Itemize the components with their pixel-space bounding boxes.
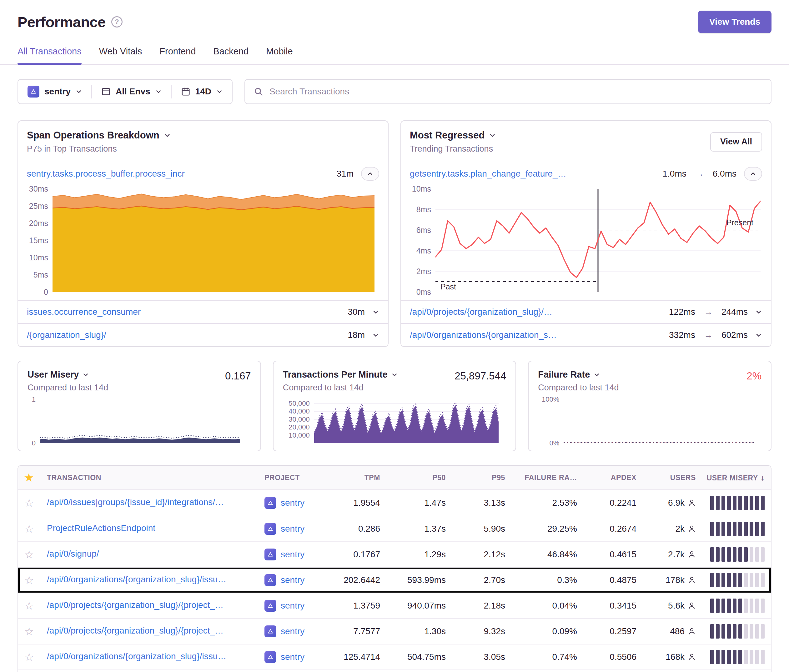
regressed-transaction-link[interactable]: /api/0/organizations/{organization_s… (410, 330, 661, 340)
span-op-link[interactable]: /{organization_slug}/ (27, 330, 340, 340)
present-label: Present (727, 218, 753, 227)
arrow-right-icon: → (703, 330, 714, 340)
chevron-down-icon[interactable] (489, 132, 496, 139)
column-header-tpm[interactable]: TPM (330, 474, 380, 482)
favorite-star-icon[interactable]: ☆ (24, 523, 47, 535)
chevron-down-icon[interactable] (372, 332, 379, 338)
transaction-link[interactable]: /api/0/issues|groups/{issue_id}/integrat… (47, 497, 224, 507)
favorite-star-icon[interactable]: ☆ (24, 625, 47, 638)
apdex-cell: 0.3415 (577, 601, 636, 611)
tab-backend[interactable]: Backend (213, 46, 249, 64)
apdex-cell: 0.5506 (577, 652, 636, 662)
apdex-cell: 0.2241 (577, 498, 636, 508)
users-cell: 2k (636, 524, 696, 534)
project-link[interactable]: sentry (281, 575, 305, 585)
chevron-down-icon[interactable] (164, 132, 171, 139)
span-op-link[interactable]: sentry.tasks.process_buffer.process_incr (27, 169, 329, 179)
misery-bar (733, 496, 736, 510)
chevron-down-icon[interactable] (391, 372, 398, 378)
tab-mobile[interactable]: Mobile (266, 46, 292, 64)
transaction-link[interactable]: /api/0/projects/{organization_slug}/{pro… (47, 600, 224, 610)
favorite-star-icon[interactable]: ☆ (24, 600, 47, 612)
transaction-link[interactable]: /api/0/signup/ (47, 549, 99, 559)
tab-all-transactions[interactable]: All Transactions (18, 46, 81, 64)
favorite-star-icon[interactable]: ☆ (24, 651, 47, 663)
favorite-star-icon[interactable]: ☆ (24, 496, 47, 509)
column-header-p95[interactable]: P95 (446, 474, 505, 482)
chevron-down-icon[interactable] (755, 332, 762, 338)
arrow-right-icon: → (694, 169, 705, 179)
column-header-failure-ra-[interactable]: FAILURE RA… (505, 474, 577, 482)
transaction-row: ☆/api/0/projects/{organization_slug}/{pr… (18, 592, 771, 618)
panel-title: Span Operations Breakdown (27, 130, 160, 141)
misery-bar (744, 650, 748, 664)
project-link[interactable]: sentry (281, 652, 305, 662)
view-all-button[interactable]: View All (710, 132, 762, 152)
help-icon[interactable]: ? (111, 16, 123, 27)
project-cell: sentry (264, 497, 330, 509)
transaction-link[interactable]: /api/0/organizations/{organization_slug}… (47, 651, 226, 661)
tpm-cell: 0.286 (330, 524, 380, 534)
chevron-down-icon[interactable] (755, 308, 762, 315)
summary-cards: User Misery Compared to last 14d 0.167 1… (18, 361, 771, 451)
transaction-link[interactable]: ProjectRuleActionsEndpoint (47, 523, 155, 533)
misery-bar (755, 496, 759, 510)
favorite-star-icon[interactable]: ☆ (24, 574, 47, 586)
table-body: ☆/api/0/issues|groups/{issue_id}/integra… (18, 490, 771, 672)
project-link[interactable]: sentry (281, 601, 305, 611)
environment-selector[interactable]: All Envs (92, 86, 171, 97)
view-trends-button[interactable]: View Trends (698, 11, 771, 33)
tpm-cell: 125.4714 (330, 652, 380, 662)
collapse-button[interactable] (361, 167, 379, 180)
span-op-item: sentry.tasks.process_buffer.process_incr… (18, 161, 388, 186)
misery-bar (738, 599, 742, 613)
user-misery-bars (696, 599, 765, 613)
column-header-apdex[interactable]: APDEX (577, 474, 636, 482)
column-header-project[interactable]: PROJECT (264, 474, 330, 482)
chevron-down-icon[interactable] (594, 372, 600, 378)
project-link[interactable]: sentry (281, 626, 305, 636)
users-count: 2k (675, 524, 685, 534)
regressed-transaction-link[interactable]: /api/0/projects/{organization_slug}/… (410, 307, 661, 317)
transaction-row: ☆/api/0/issues|groups/{issue_id}/integra… (18, 490, 771, 516)
project-link[interactable]: sentry (281, 524, 305, 534)
tpm-card: Transactions Per Minute Compared to last… (273, 361, 516, 451)
project-link[interactable]: sentry (281, 498, 305, 508)
column-header-users[interactable]: USERS (636, 474, 696, 482)
project-link[interactable]: sentry (281, 549, 305, 559)
sentry-project-avatar-icon (27, 86, 39, 97)
column-header-transaction[interactable]: TRANSACTION (47, 474, 264, 482)
misery-bar (738, 624, 742, 638)
y-axis: 30ms25ms20ms15ms10ms5ms0 (20, 189, 53, 292)
tab-frontend[interactable]: Frontend (160, 46, 196, 64)
misery-bar (755, 573, 759, 587)
misery-bar (716, 522, 720, 536)
collapse-button[interactable] (744, 167, 762, 180)
search-input[interactable] (270, 86, 762, 97)
tab-web-vitals[interactable]: Web Vitals (99, 46, 142, 64)
misery-bar (716, 599, 720, 613)
chevron-down-icon[interactable] (83, 372, 89, 378)
misery-bar (750, 496, 753, 510)
misery-bar (716, 573, 720, 587)
regressed-transaction-link[interactable]: getsentry.tasks.plan_change_feature_… (410, 169, 655, 179)
date-range-selector[interactable]: 14D (172, 86, 232, 97)
transaction-link[interactable]: /api/0/projects/{organization_slug}/{pro… (47, 626, 224, 636)
card-title: Failure Rate (538, 369, 590, 380)
users-count: 5.6k (668, 601, 685, 611)
failure-rate-cell: 46.84% (505, 549, 577, 559)
users-cell: 6.9k (636, 498, 696, 508)
transaction-link[interactable]: /api/0/organizations/{organization_slug}… (47, 575, 226, 584)
column-header-label: TRANSACTION (47, 474, 101, 482)
span-op-link[interactable]: issues.occurrence_consumer (27, 307, 340, 317)
y-axis-tick: 30ms (29, 184, 48, 193)
apdex-cell: 0.4875 (577, 575, 636, 585)
chevron-down-icon[interactable] (372, 308, 379, 315)
favorite-star-icon[interactable]: ☆ (24, 548, 47, 561)
page-filters: sentry All Envs 14D (18, 79, 233, 104)
project-selector[interactable]: sentry (18, 86, 91, 97)
star-column-header-icon[interactable]: ★ (24, 472, 47, 484)
column-header-p50[interactable]: P50 (380, 474, 446, 482)
user-misery-chart (40, 399, 240, 443)
column-header-user-misery[interactable]: USER MISERY↓ (696, 473, 765, 482)
